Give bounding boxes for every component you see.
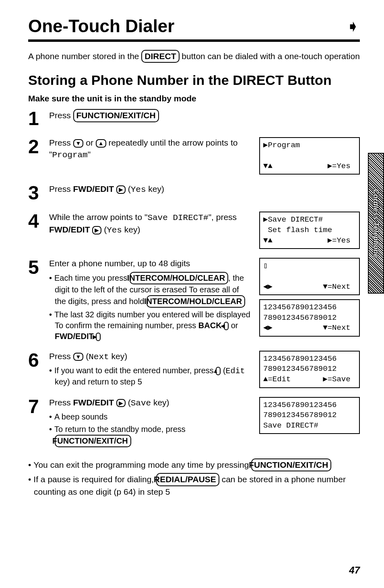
- lcd-line: [263, 272, 351, 281]
- page-title: One-Touch Dialer: [28, 16, 174, 36]
- t: ": [88, 150, 91, 159]
- t: Press: [49, 111, 73, 120]
- note: You can exit the programming mode any ti…: [28, 458, 360, 471]
- lcd-display: ▯ ◀▶ ▼=Next: [259, 258, 360, 295]
- lcd-display: ▶Program ▼▲ ▶=Yes: [259, 137, 360, 175]
- right-key-icon: ▶: [96, 333, 101, 341]
- t: Press: [49, 352, 73, 361]
- lcd-line: ◀▶ ▼=Next: [263, 323, 351, 332]
- step-7: 7 Press FWD/EDIT ▶ (Save key) A beep sou…: [28, 397, 360, 447]
- t: To return to the standby mode, press: [54, 425, 186, 434]
- lcd-line: 1234567890123456: [263, 401, 337, 409]
- standby-note: Make sure the unit is in the standby mod…: [28, 94, 360, 103]
- up-key-icon: ▲: [216, 367, 221, 375]
- intercom-hold-clear-key: INTERCOM/HOLD/CLEAR: [130, 272, 228, 284]
- t: key): [151, 398, 169, 407]
- step-number: 4: [28, 212, 42, 249]
- page-number: 47: [349, 565, 360, 576]
- t: BACK: [198, 321, 224, 330]
- mono: Edit: [226, 366, 245, 376]
- t: Press: [49, 184, 73, 193]
- lcd-line: Save DIRECT#: [263, 421, 318, 430]
- lcd-line: [263, 151, 351, 160]
- mono: Yes: [107, 226, 122, 235]
- side-tab: Cordless Telephone: [368, 153, 384, 294]
- mono: Save DIRECT#: [147, 213, 208, 222]
- mono: Next: [89, 352, 109, 362]
- lcd-line: ▼▲ ▶=Yes: [263, 236, 351, 245]
- continue-arrow-icon: ➧: [346, 17, 360, 35]
- step-text: Press ▼ or ▲ repeatedly until the arrow …: [49, 137, 252, 161]
- step-text: Press FWD/EDIT ▶ (Save key): [49, 397, 252, 409]
- t: If you want to edit the entered number, …: [54, 366, 216, 375]
- lcd-line: ◀▶ ▼=Next: [263, 282, 351, 291]
- t: key) and return to step 5: [55, 377, 142, 386]
- step-number: 5: [28, 258, 42, 341]
- step-text: Press ▼ (Next key): [49, 351, 252, 363]
- step-6: 6 Press ▼ (Next key) If you want to edit…: [28, 351, 360, 388]
- lcd-line: 7890123456789012: [263, 313, 337, 322]
- t: (: [221, 366, 225, 375]
- t: or: [83, 138, 95, 147]
- sub-bullet: If you want to edit the entered number, …: [49, 365, 252, 387]
- lcd-line: 7890123456789012: [263, 411, 337, 419]
- sub-bullet: The last 32 digits number you entered wi…: [49, 309, 252, 342]
- right-key-icon: ▶: [92, 226, 101, 234]
- t: (: [126, 184, 131, 193]
- step-4: 4 While the arrow points to "Save DIRECT…: [28, 212, 360, 249]
- sub-bullet: To return to the standby mode, press FUN…: [49, 424, 252, 447]
- step-number: 6: [28, 351, 42, 388]
- t: FWD/EDIT: [73, 184, 116, 193]
- down-key-icon: ▼: [73, 139, 84, 148]
- step-5: 5 Enter a phone number, up to 48 digits …: [28, 258, 360, 341]
- t: (: [101, 225, 107, 234]
- left-key-icon: ◀: [224, 322, 229, 330]
- sub-bullet: A beep sounds: [49, 411, 252, 422]
- t: key): [146, 184, 164, 193]
- redial-pause-key: REDIAL/PAUSE: [156, 473, 219, 486]
- step-text: While the arrow points to "Save DIRECT#"…: [49, 212, 252, 236]
- mono: Yes: [131, 185, 146, 194]
- lcd-line: 7890123456789012: [263, 364, 337, 373]
- step-text: Press FUNCTION/EXIT/CH: [49, 109, 360, 122]
- t: If a pause is required for dialing,: [33, 475, 156, 484]
- step-2: 2 Press ▼ or ▲ repeatedly until the arro…: [28, 137, 360, 175]
- t: FWD/EDIT: [55, 332, 96, 341]
- intro-b: button can be dialed with a one-touch op…: [180, 51, 360, 61]
- lcd-display: 1234567890123456 7890123456789012 ▲=Edit…: [259, 351, 360, 388]
- right-key-icon: ▶: [116, 185, 126, 194]
- lcd-display: 1234567890123456 7890123456789012 Save D…: [259, 397, 360, 434]
- t: Press: [49, 138, 73, 147]
- up-key-icon: ▲: [96, 139, 106, 148]
- step-1: 1 Press FUNCTION/EXIT/CH: [28, 109, 360, 128]
- right-key-icon: ▶: [116, 399, 126, 407]
- t: FWD/EDIT: [49, 225, 92, 234]
- rule: [28, 39, 360, 42]
- step-text: Enter a phone number, up to 48 digits: [49, 258, 252, 269]
- t: You can exit the programming mode any ti…: [33, 460, 251, 469]
- section-heading: Storing a Phone Number in the DIRECT But…: [28, 72, 360, 88]
- sub-bullet: Each time you press INTERCOM/HOLD/CLEAR,…: [49, 272, 252, 308]
- footer-notes: You can exit the programming mode any ti…: [28, 458, 360, 498]
- function-exit-ch-key: FUNCTION/EXIT/CH: [251, 458, 331, 471]
- t: FWD/EDIT: [73, 398, 116, 407]
- t: or: [229, 321, 238, 330]
- lcd-line: ▶Save DIRECT#: [263, 215, 323, 224]
- t: (: [126, 398, 131, 407]
- t: ", press: [209, 212, 237, 222]
- function-exit-ch-key: FUNCTION/EXIT/CH: [73, 109, 159, 122]
- lcd-line: Set flash time: [263, 226, 332, 234]
- t: key): [122, 225, 140, 234]
- note: If a pause is required for dialing, REDI…: [28, 473, 360, 498]
- lcd-line: ▶Program: [263, 141, 300, 150]
- t: Press: [49, 398, 73, 407]
- t: While the arrow points to ": [49, 212, 147, 222]
- direct-key: DIRECT: [141, 50, 179, 63]
- t: key): [109, 352, 128, 361]
- step-number: 1: [28, 109, 42, 128]
- side-tab-label: Cordless Telephone: [372, 189, 380, 257]
- intercom-hold-clear-key: INTERCOM/HOLD/CLEAR: [147, 295, 245, 308]
- lcd-display: 1234567890123456 7890123456789012 ◀▶ ▼=N…: [259, 299, 360, 337]
- lcd-display: ▶Save DIRECT# Set flash time ▼▲ ▶=Yes: [259, 212, 360, 249]
- t: Each time you press: [54, 273, 130, 282]
